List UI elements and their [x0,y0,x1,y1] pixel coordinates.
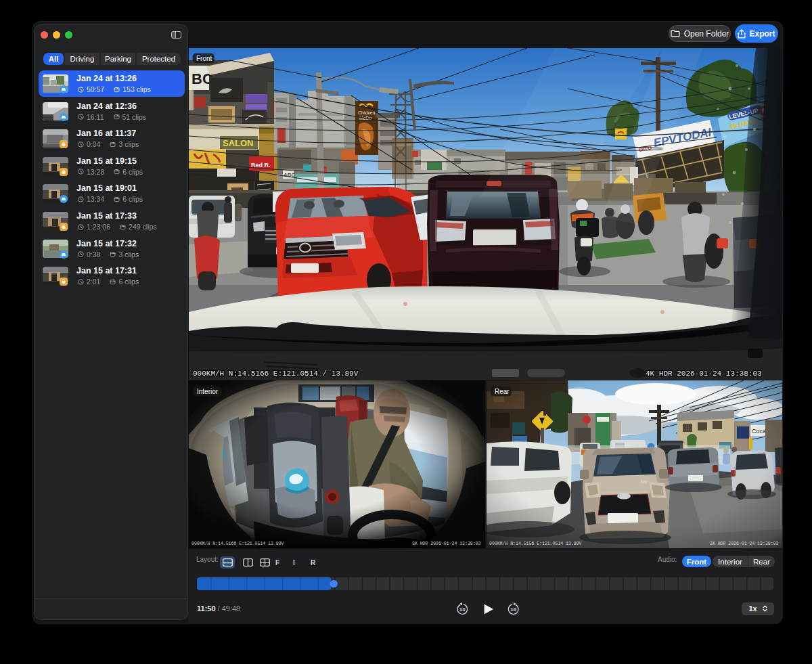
svg-text:2K HDR 2026-01-24 13:38:03: 2K HDR 2026-01-24 13:38:03 [710,541,779,546]
svg-text:000KM/H N:14.5166 E:121.0514: 000KM/H N:14.5166 E:121.0514 13.89V [191,541,284,546]
svg-text:10: 10 [510,606,516,613]
svg-text:10: 10 [459,606,466,613]
svg-text:Chicken: Chicken [358,110,375,115]
svg-text:4K HDR 2026-01-24 13:38:03: 4K HDR 2026-01-24 13:38:03 [646,370,762,378]
svg-text:000KM/H N:14.5166 E:121.0514: 000KM/H N:14.5166 E:121.0514 / 13.89V [193,370,359,378]
svg-text:Rear: Rear [495,388,510,395]
svg-text:3K HDR 2026-01-24 13:38:03: 3K HDR 2026-01-24 13:38:03 [412,541,481,546]
svg-text:Front: Front [196,54,212,62]
svg-text:000KM/H N:14.5156 E:121.0514: 000KM/H N:14.5156 E:121.0514 13.89V [489,541,582,546]
svg-text:Interior: Interior [197,388,219,395]
